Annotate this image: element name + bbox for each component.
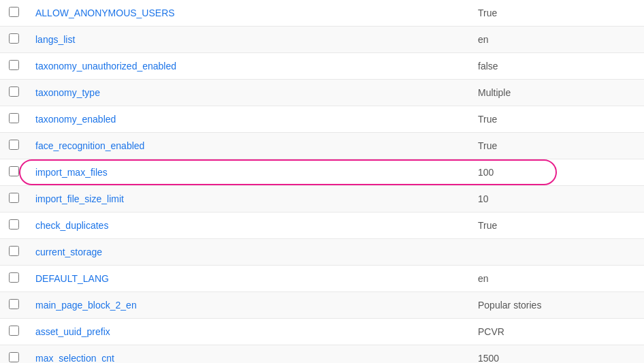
- row-langs-list: langs_listen: [0, 27, 644, 53]
- checkbox-row-import-max-files[interactable]: [9, 166, 19, 176]
- checkbox-row-asset-uuid-prefix[interactable]: [9, 326, 19, 336]
- value-cell-row-taxonomy-type: Multiple: [470, 80, 644, 106]
- name-link-row-taxonomy-type[interactable]: taxonomy_type: [35, 87, 100, 98]
- checkbox-cell-10: [0, 266, 27, 292]
- checkbox-cell-9: [0, 239, 27, 266]
- checkbox-row-taxonomy-enabled[interactable]: [9, 113, 19, 123]
- name-cell-row-asset-uuid-prefix: asset_uuid_prefix: [27, 319, 470, 345]
- row-face-recognition: face_recognition_enabledTrue: [0, 133, 644, 159]
- value-cell-row-max-selection-cnt: 1500: [470, 345, 644, 364]
- value-cell-row-allow-anonymous: True: [470, 0, 644, 27]
- checkbox-cell-7: [0, 186, 27, 212]
- row-taxonomy-unauthorized: taxonomy_unauthorized_enabledfalse: [0, 53, 644, 80]
- row-check-duplicates: check_duplicatesTrue: [0, 212, 644, 239]
- value-cell-row-main-page-block: Popular stories: [470, 292, 644, 319]
- value-cell-row-langs-list: en: [470, 27, 644, 53]
- value-cell-row-check-duplicates: True: [470, 212, 644, 239]
- settings-table-container: ALLOW_ANONYMOUS_USERSTruelangs_listentax…: [0, 0, 644, 363]
- value-cell-row-taxonomy-unauthorized: false: [470, 53, 644, 80]
- name-cell-row-taxonomy-enabled: taxonomy_enabled: [27, 106, 470, 133]
- name-cell-row-import-max-files: import_max_files: [27, 159, 470, 186]
- row-default-lang: DEFAULT_LANGen: [0, 266, 644, 292]
- name-link-row-check-duplicates[interactable]: check_duplicates: [35, 220, 108, 231]
- name-link-row-asset-uuid-prefix[interactable]: asset_uuid_prefix: [35, 326, 110, 337]
- name-cell-row-taxonomy-unauthorized: taxonomy_unauthorized_enabled: [27, 53, 470, 80]
- checkbox-cell-1: [0, 27, 27, 53]
- row-asset-uuid-prefix: asset_uuid_prefixPCVR: [0, 319, 644, 345]
- name-cell-row-import-file-size: import_file_size_limit: [27, 186, 470, 212]
- checkbox-row-taxonomy-unauthorized[interactable]: [9, 60, 19, 70]
- checkbox-cell-12: [0, 319, 27, 345]
- name-link-row-main-page-block[interactable]: main_page_block_2_en: [35, 300, 137, 311]
- name-link-row-import-file-size[interactable]: import_file_size_limit: [35, 193, 124, 204]
- row-import-max-files: import_max_files100: [0, 159, 644, 186]
- row-current-storage: current_storage: [0, 239, 644, 266]
- checkbox-row-langs-list[interactable]: [9, 33, 19, 44]
- row-import-file-size: import_file_size_limit10: [0, 186, 644, 212]
- checkbox-row-face-recognition[interactable]: [9, 140, 19, 150]
- name-cell-row-allow-anonymous: ALLOW_ANONYMOUS_USERS: [27, 0, 470, 27]
- name-cell-row-max-selection-cnt: max_selection_cnt: [27, 345, 470, 364]
- checkbox-row-allow-anonymous[interactable]: [9, 7, 19, 17]
- checkbox-cell-5: [0, 133, 27, 159]
- name-cell-row-main-page-block: main_page_block_2_en: [27, 292, 470, 319]
- name-link-row-import-max-files[interactable]: import_max_files: [35, 167, 108, 178]
- name-cell-row-check-duplicates: check_duplicates: [27, 212, 470, 239]
- checkbox-cell-6: [0, 159, 27, 186]
- name-cell-row-face-recognition: face_recognition_enabled: [27, 133, 470, 159]
- checkbox-cell-4: [0, 106, 27, 133]
- checkbox-row-check-duplicates[interactable]: [9, 219, 19, 230]
- name-cell-row-taxonomy-type: taxonomy_type: [27, 80, 470, 106]
- row-taxonomy-enabled: taxonomy_enabledTrue: [0, 106, 644, 133]
- name-link-row-current-storage[interactable]: current_storage: [35, 247, 102, 257]
- checkbox-cell-13: [0, 345, 27, 364]
- name-link-row-allow-anonymous[interactable]: ALLOW_ANONYMOUS_USERS: [35, 7, 175, 18]
- row-max-selection-cnt: max_selection_cnt1500: [0, 345, 644, 364]
- checkbox-row-import-file-size[interactable]: [9, 193, 19, 203]
- checkbox-row-default-lang[interactable]: [9, 272, 19, 283]
- row-allow-anonymous: ALLOW_ANONYMOUS_USERSTrue: [0, 0, 644, 27]
- value-cell-row-asset-uuid-prefix: PCVR: [470, 319, 644, 345]
- value-cell-row-import-file-size: 10: [470, 186, 644, 212]
- value-cell-row-face-recognition: True: [470, 133, 644, 159]
- name-cell-row-langs-list: langs_list: [27, 27, 470, 53]
- checkbox-row-taxonomy-type[interactable]: [9, 86, 19, 97]
- settings-table: ALLOW_ANONYMOUS_USERSTruelangs_listentax…: [0, 0, 644, 363]
- name-link-row-face-recognition[interactable]: face_recognition_enabled: [35, 140, 144, 151]
- row-main-page-block: main_page_block_2_enPopular stories: [0, 292, 644, 319]
- row-taxonomy-type: taxonomy_typeMultiple: [0, 80, 644, 106]
- name-link-row-max-selection-cnt[interactable]: max_selection_cnt: [35, 353, 114, 363]
- checkbox-cell-2: [0, 53, 27, 80]
- checkbox-cell-0: [0, 0, 27, 27]
- value-cell-row-taxonomy-enabled: True: [470, 106, 644, 133]
- checkbox-row-max-selection-cnt[interactable]: [9, 352, 19, 362]
- name-link-row-langs-list[interactable]: langs_list: [35, 34, 75, 45]
- checkbox-row-main-page-block[interactable]: [9, 299, 19, 309]
- checkbox-row-current-storage[interactable]: [9, 246, 19, 256]
- name-link-row-taxonomy-enabled[interactable]: taxonomy_enabled: [35, 114, 116, 125]
- name-cell-row-current-storage: current_storage: [27, 239, 470, 266]
- value-cell-row-default-lang: en: [470, 266, 644, 292]
- name-link-row-taxonomy-unauthorized[interactable]: taxonomy_unauthorized_enabled: [35, 61, 176, 72]
- value-cell-row-current-storage: [470, 239, 644, 266]
- value-cell-row-import-max-files: 100: [470, 159, 644, 186]
- checkbox-cell-8: [0, 212, 27, 239]
- checkbox-cell-11: [0, 292, 27, 319]
- name-link-row-default-lang[interactable]: DEFAULT_LANG: [35, 273, 109, 284]
- checkbox-cell-3: [0, 80, 27, 106]
- name-cell-row-default-lang: DEFAULT_LANG: [27, 266, 470, 292]
